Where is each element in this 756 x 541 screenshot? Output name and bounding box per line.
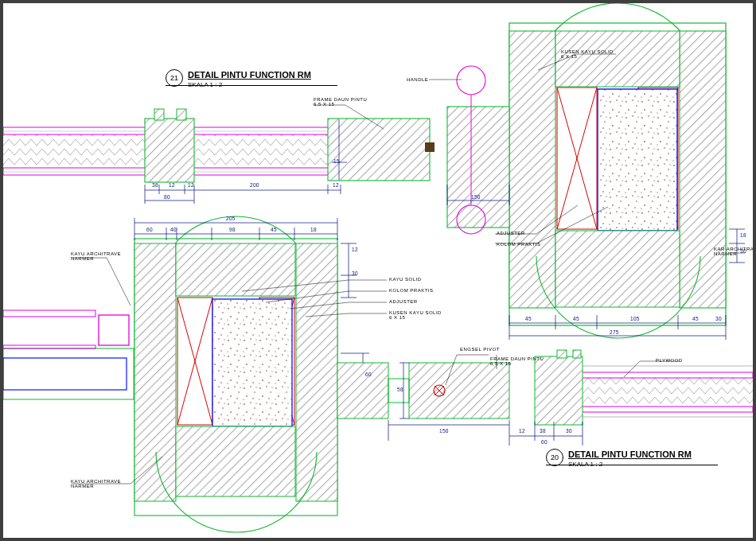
svg-rect-46: [154, 109, 164, 120]
label-frame-eng: FRAME DAUN PINTU 6,5 X 18: [490, 356, 544, 366]
svg-rect-110: [560, 372, 753, 378]
dim-205: 205: [226, 216, 236, 221]
dim-12e: 30: [566, 428, 572, 434]
svg-rect-12: [509, 31, 555, 308]
svg-rect-50: [328, 119, 430, 181]
dim-12b: 12: [188, 182, 194, 188]
cad-canvas: 21 DETAIL PINTU FUNCTION RM SKALA 1 : 2 …: [3, 3, 753, 538]
svg-rect-86: [176, 426, 295, 496]
svg-rect-84: [176, 243, 295, 296]
svg-rect-90: [99, 315, 129, 345]
label-kolom-l: KOLOM PRAKTIS: [389, 288, 434, 293]
svg-rect-109: [560, 378, 753, 407]
label-handle: HANDLE: [407, 77, 428, 82]
assembly-upper-right: [509, 3, 726, 338]
svg-rect-44: [145, 119, 194, 182]
svg-rect-118: [573, 350, 581, 358]
svg-rect-26: [555, 231, 680, 307]
svg-rect-74: [296, 243, 337, 501]
svg-rect-111: [560, 407, 753, 412]
title-detail-20: DETAIL PINTU FUNCTION RM: [568, 450, 692, 459]
svg-rect-114: [535, 356, 583, 425]
dim-45b: 45: [573, 316, 579, 321]
dim-30r: 30: [740, 248, 746, 254]
dim-60a: 60: [146, 227, 153, 232]
svg-rect-52: [425, 142, 435, 152]
detail-bubble-21: 21: [166, 69, 183, 87]
svg-rect-88: [3, 348, 134, 399]
title-detail-21: DETAIL PINTU FUNCTION RM: [188, 70, 311, 80]
dim-105: 105: [630, 316, 640, 321]
svg-rect-116: [557, 350, 567, 358]
svg-rect-82: [212, 299, 292, 426]
svg-rect-24: [555, 31, 680, 87]
label-frame-daun: FRAME DAUN PINTU 6,5 X 15: [314, 97, 367, 107]
dim-275: 275: [610, 329, 619, 335]
label-plywood: PLYWOOD: [656, 358, 683, 363]
svg-rect-92: [3, 345, 95, 348]
dim-150: 150: [471, 194, 481, 200]
dim-150b: 150: [439, 428, 449, 434]
dim-v60: 60: [365, 372, 372, 377]
label-kusen: KUSEN KAYU SOLID 6 X 15: [561, 49, 614, 59]
label-kayu-solid: KAYU SOLID: [389, 277, 422, 282]
label-arch-l-top: KAYU ARCHITRAVE NARMER: [71, 251, 121, 261]
title-rule-20: [546, 465, 718, 465]
label-adjuster-l: ADJUSTER: [389, 299, 418, 304]
dim-v12: 12: [352, 247, 358, 252]
svg-rect-89: [3, 358, 127, 390]
dim-45d: 45: [271, 227, 277, 232]
assembly-lower-left: [3, 216, 337, 532]
svg-rect-48: [177, 109, 186, 120]
dim-v30: 30: [352, 270, 358, 276]
dim-45a: 45: [525, 316, 532, 321]
dim-15: 15: [333, 158, 340, 164]
svg-rect-53: [447, 107, 509, 228]
label-kusen-l: KUSEN KAYU SOLID 6 X 15: [389, 310, 442, 320]
dim-12a: 12: [169, 182, 175, 188]
title-rule-21: [166, 85, 337, 86]
dim-30: 30: [715, 316, 722, 321]
svg-rect-125: [337, 363, 388, 418]
dim-12d: 12: [519, 428, 525, 434]
label-adjuster-r: ADJUSTER: [497, 231, 525, 235]
label-arch-l-btm: KAYU ARCHITRAVE NARMER: [71, 479, 121, 488]
dim-18r: 18: [740, 232, 746, 238]
svg-point-55: [457, 66, 485, 95]
dim-58: 58: [397, 387, 403, 392]
svg-line-157: [107, 258, 131, 306]
svg-rect-91: [3, 310, 95, 317]
dim-45c: 45: [692, 316, 699, 321]
label-engsel: ENGSEL PIVOT: [460, 347, 500, 352]
label-kolom-r: KOLOM PRAKTIS: [497, 242, 541, 247]
dim-200: 200: [250, 182, 259, 188]
svg-rect-22: [598, 89, 677, 231]
detail-bubble-20: 20: [546, 449, 563, 466]
label-arch-r: KAR ARCHITRAVE NARMER: [714, 247, 753, 256]
dim-60b: 60: [541, 439, 548, 445]
dim-38b: 38: [540, 428, 546, 434]
dim-150c: 98: [229, 227, 236, 232]
assembly-upper-left: [3, 66, 509, 234]
dim-38: 38: [152, 182, 158, 188]
svg-line-164: [624, 361, 640, 377]
dim-40a: 40: [170, 227, 177, 232]
dim-18: 18: [310, 227, 317, 232]
dim-12c: 12: [333, 182, 339, 188]
svg-rect-120: [409, 363, 509, 418]
svg-rect-14: [680, 31, 726, 308]
dim-80: 80: [164, 194, 170, 200]
